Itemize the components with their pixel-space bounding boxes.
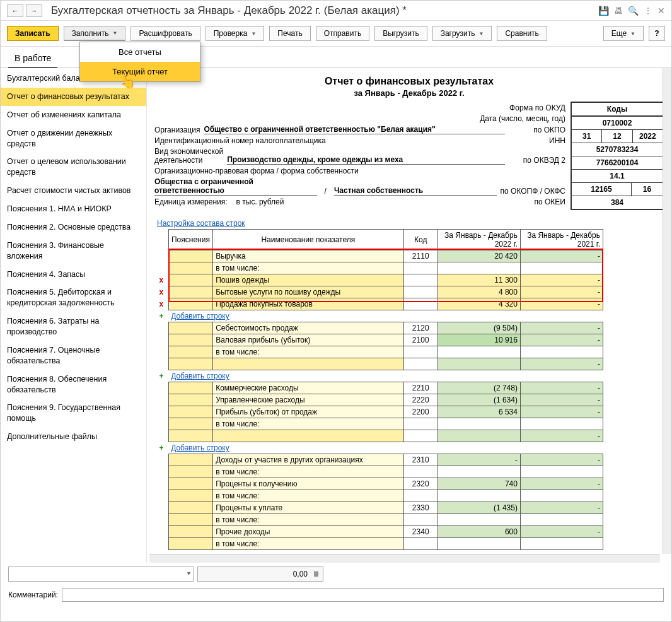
footer-select[interactable]: ▾ [8,566,194,582]
table-row[interactable]: xПошив одежды11 300- [154,274,603,286]
opf-label: Организационно-правовая форма / форма со… [154,167,359,175]
send-button[interactable]: Отправить [316,26,370,41]
org-label: Организация [154,126,200,134]
footer-amount[interactable]: 0,00🖩 [197,566,323,582]
print-icon[interactable]: 🖶 [614,6,623,16]
table-row[interactable]: в том числе: [154,538,603,550]
calculator-icon[interactable]: 🖩 [313,570,320,578]
add-row-link[interactable]: +Добавить строку [154,370,603,382]
sidebar-item[interactable]: Пояснения 6. Затраты на производство [1,312,146,341]
table-row[interactable]: - [154,358,603,370]
footer-controls: ▾ 0,00🖩 [1,563,671,585]
sidebar-item[interactable]: Отчет о целевом использовании средств [1,153,146,182]
tab-in-work[interactable]: В работе [8,50,57,68]
code-okopf: 12165 [572,183,632,196]
nav-back-button[interactable]: ← [7,4,23,17]
table-row[interactable]: Выручка211020 420- [154,250,603,262]
sidebar-item[interactable]: Дополнительные файлы [1,428,146,446]
okei-label: по ОКЕИ [509,197,565,206]
okud-label: Форма по ОКУД [509,103,565,112]
report-period: за Январь - Декабрь 2022 г. [154,88,664,98]
menu-icon[interactable]: ⋮ [644,6,652,16]
compare-button[interactable]: Сравнить [497,26,547,41]
table-row[interactable]: Прочие доходы2340600- [154,526,603,538]
help-button[interactable]: ? [649,26,665,41]
table-row[interactable]: Проценты к получению2320740- [154,478,603,490]
sidebar-item[interactable]: Отчет о движении денежных средств [1,124,146,153]
code-year: 2022 [633,130,663,143]
table-row[interactable]: в том числе: [154,418,603,430]
unit-label: Единица измерения: [154,197,228,206]
sidebar-item[interactable]: Расчет стоимости чистых активов [1,182,146,200]
vertical-scrollbar[interactable] [663,68,671,554]
more-button[interactable]: Еще▼ [603,26,644,41]
window-title: Бухгалтерская отчетность за Январь - Дек… [51,4,598,17]
hdr-poy: Пояснения [168,230,213,250]
okpo-label: по ОКПО [509,126,565,134]
comment-input[interactable] [62,588,664,602]
table-row[interactable]: Валовая прибыль (убыток)210010 916- [154,334,603,346]
code-inn: 7766200104 [572,156,663,169]
config-rows-link[interactable]: Настройка состава строк [157,219,245,228]
upload-button[interactable]: Выгрузить [374,26,427,41]
sidebar-item[interactable]: Пояснения 7. Оценочные обязательства [1,341,146,370]
table-row[interactable]: в том числе: [154,346,603,358]
dropdown-current-report[interactable]: Текущий отчет [80,62,200,81]
content-area: Отчет о финансовых результатах за Январь… [147,68,671,563]
okved-label: по ОКВЭД 2 [509,156,565,165]
sidebar-item[interactable]: Пояснения 5. Дебиторская и кредиторская … [1,283,146,312]
table-row[interactable]: xПродажа покупных товаров4 320- [154,298,603,310]
date-label: Дата (число, месяц, год) [480,114,565,123]
table-row[interactable]: - [154,430,603,442]
hdr-prev: За Январь - Декабрь 2021 г. [520,230,603,250]
codes-panel: Коды 0710002 31122022 5270783234 7766200… [571,102,664,210]
sidebar-item[interactable]: Пояснения 2. Основные средства [1,218,146,237]
table-row[interactable]: Прибыль (убыток) от продаж22006 534- [154,406,603,418]
download-button[interactable]: Загрузить▼ [432,26,492,41]
okopf-label: по ОКОПФ / ОКФС [501,187,565,196]
save-icon[interactable]: 💾 [598,6,609,16]
table-row[interactable]: Доходы от участия в других организациях2… [154,454,603,466]
comment-label: Комментарий: [8,590,58,599]
code-okfs: 16 [632,183,663,196]
sidebar-item[interactable]: Отчет об изменениях капитала [1,106,146,124]
table-row[interactable]: в том числе: [154,466,603,478]
opf-value2[interactable]: Частная собственность [334,186,497,196]
comment-row: Комментарий: [1,585,671,607]
sidebar-item[interactable]: Пояснения 9. Государственная помощь [1,399,146,428]
codes-heading: Коды [572,103,663,117]
preview-icon[interactable]: 🔍 [628,6,639,16]
horizontal-scrollbar[interactable] [149,554,660,563]
activity-value[interactable]: Производство одежды, кроме одежды из мех… [227,155,505,165]
table-row[interactable]: Себестоимость продаж2120(9 504)- [154,322,603,334]
print-button[interactable]: Печать [269,26,310,41]
decipher-button[interactable]: Расшифровать [130,26,200,41]
check-button[interactable]: Проверка▼ [206,26,265,41]
table-row[interactable]: в том числе: [154,262,603,274]
hdr-name: Наименование показателя [213,230,403,250]
sidebar-item[interactable]: Пояснения 1. НМА и НИОКР [1,200,146,218]
fill-button[interactable]: Заполнить▼ [64,26,126,41]
sidebar: Бухгалтерский баланс Отчет о финансовых … [1,68,147,563]
opf-value1[interactable]: Общества с ограниченной ответственностью [154,177,317,196]
hdr-cur: За Январь - Декабрь 2022 г. [437,230,520,250]
dropdown-all-reports[interactable]: Все отчеты [80,42,200,62]
nav-forward-button[interactable]: → [26,4,42,17]
add-row-link[interactable]: +Добавить строку [154,442,603,454]
table-row[interactable]: в том числе: [154,514,603,526]
sidebar-item[interactable]: Пояснения 8. Обеспечения обязательств [1,370,146,399]
code-okei: 384 [572,196,663,209]
report-table: Пояснения Наименование показателя Код За… [154,229,603,550]
table-row[interactable]: в том числе: [154,490,603,502]
sidebar-item[interactable]: Пояснения 4. Запасы [1,266,146,284]
write-button[interactable]: Записать [7,26,59,41]
table-row[interactable]: Коммерческие расходы2210(2 748)- [154,382,603,394]
table-row[interactable]: xБытовые услуги по пошиву одежды4 800- [154,286,603,298]
unit-value: в тыс. рублей [231,197,284,206]
org-value[interactable]: Общество с ограниченной ответственностью… [204,125,505,134]
add-row-link[interactable]: +Добавить строку [154,310,603,322]
sidebar-item[interactable]: Пояснения 3. Финансовые вложения [1,237,146,266]
close-icon[interactable]: ✕ [658,6,665,16]
table-row[interactable]: Проценты к уплате2330(1 435)- [154,502,603,514]
table-row[interactable]: Управленческие расходы2220(1 634)- [154,394,603,406]
